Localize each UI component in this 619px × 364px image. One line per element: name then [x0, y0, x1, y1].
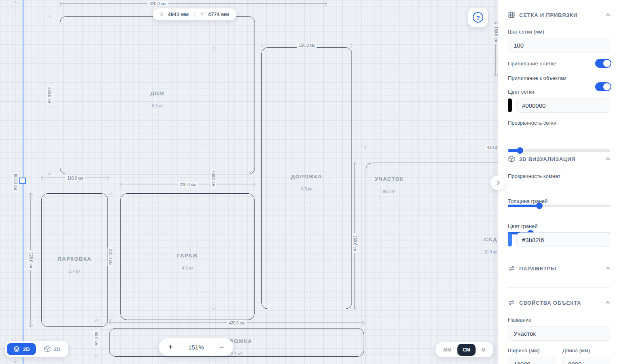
dimension: 430.0 см [213, 47, 213, 309]
section-title-3d: 3D ВИЗУАЛИЗАЦИЯ [519, 156, 603, 162]
unit-m-button[interactable]: М [476, 344, 491, 356]
divider [211, 344, 211, 350]
section-title-params: ПАРАМЕТРЫ [519, 266, 603, 272]
section-title-object: СВОЙСТВА ОБЪЕКТА [519, 300, 603, 306]
object-name-label: Название [508, 317, 531, 323]
room-area: 8.3 м² [60, 104, 255, 108]
grid-color-swatch[interactable] [508, 98, 512, 112]
edge-color-input[interactable] [516, 232, 610, 247]
sliders-icon [508, 265, 515, 272]
plan-canvas[interactable]: ДОМ 8.3 м² ДОРОЖКА 6.5 м² УЧАСТОК 96.0 м… [0, 0, 498, 364]
view-2d-button[interactable]: 2D [7, 343, 36, 355]
dimension: 260.0 см [354, 163, 355, 309]
edge-color-swatch[interactable] [508, 233, 512, 247]
room-plot[interactable]: УЧАСТОК 96.0 м² [366, 163, 498, 364]
help-button[interactable]: ? [468, 8, 488, 27]
grid-opacity-slider[interactable] [508, 149, 610, 152]
grid-step-input[interactable] [508, 38, 610, 52]
room-name: УЧАСТОК [366, 176, 413, 182]
dimension: 320.0 см [60, 3, 326, 4]
room-path-middle[interactable]: ДОРОЖКА 6.5 м² [261, 47, 352, 309]
snap-grid-label: Прилипание к сетке [508, 61, 556, 67]
layers-icon [13, 345, 20, 353]
unit-switcher: ММ СМ М [436, 342, 493, 357]
dimension: 210.0 см [110, 193, 110, 320]
cursor-coordinates: X: 4941 мм Y: 4774 мм [153, 8, 236, 20]
y-label: Y: [200, 12, 205, 17]
panel-collapse-button[interactable] [491, 176, 505, 190]
grid-color-input[interactable] [516, 98, 610, 113]
dimension: 420.0 см [365, 147, 498, 147]
object-length-label: Длина (мм) [562, 347, 611, 354]
room-area: 4.6 м² [121, 266, 254, 270]
dimension: 220.0 см [120, 184, 255, 184]
view-3d-label: 3D [54, 346, 61, 352]
section-title-grid: СЕТКА И ПРИВЯЗКИ [519, 12, 603, 18]
unit-mm-button[interactable]: ММ [438, 344, 457, 356]
chevron-right-icon [495, 180, 499, 185]
room-name: ПАРКОВКА [42, 256, 107, 262]
room-area: 2.1 м² [109, 351, 364, 356]
edge-width-label: Толщина граней [508, 198, 547, 204]
chevron-up-icon[interactable] [606, 301, 610, 305]
divider [181, 344, 181, 350]
cube-icon [508, 155, 515, 163]
chevron-up-icon[interactable] [606, 157, 610, 162]
object-width-label: Ширина (мм) [508, 347, 556, 354]
room-name: ДОМ [60, 90, 255, 96]
room-name: ДОРОЖКА [109, 338, 364, 344]
snap-objects-label: Прилипание к объектам [508, 75, 566, 81]
divider [194, 12, 195, 17]
dimension: 260.0 см [49, 16, 49, 174]
y-value: 4774 мм [208, 11, 229, 17]
edge-color-label: Цвет граней [508, 223, 538, 229]
settings-panel: СЕТКА И ПРИВЯЗКИ Шаг сетки (мм) Прилипан… [498, 0, 619, 364]
view-2d-label: 2D [23, 346, 30, 352]
cube-icon [44, 345, 51, 353]
dimension: 180.0 см [495, 22, 496, 76]
grid-step-label: Шаг сетки (мм) [508, 29, 544, 35]
dimension: 110.0 см [41, 178, 109, 178]
sliders-icon [508, 299, 515, 306]
object-name-input[interactable] [508, 326, 610, 341]
floor-plan-app: ДОМ 8.3 м² ДОРОЖКА 6.5 м² УЧАСТОК 96.0 м… [0, 0, 619, 364]
toggle-knob [603, 83, 611, 90]
zoom-in-button[interactable]: + [164, 343, 177, 352]
object-length-input[interactable] [562, 357, 610, 364]
room-name: ДОРОЖКА [262, 174, 352, 180]
dimension: 50.0 см [96, 320, 96, 357]
room-name: ГАРАЖ [121, 253, 254, 259]
room-garage[interactable]: ГАРАЖ 4.6 м² [120, 193, 255, 320]
zoom-level: 151% [185, 344, 207, 351]
grid-color-label: Цвет сетки [508, 89, 534, 95]
rooms-opacity-slider[interactable] [508, 205, 610, 207]
x-label: X: [160, 12, 164, 17]
divider [508, 287, 610, 288]
room-area: 2.4 м² [42, 269, 107, 274]
chevron-up-icon[interactable] [606, 13, 610, 18]
view-mode-toggle: 2D 3D [5, 341, 68, 357]
grid-icon [508, 11, 515, 19]
toggle-knob [603, 60, 611, 67]
zoom-controls: + 151% − [159, 338, 233, 356]
snap-grid-toggle[interactable] [595, 59, 611, 68]
rooms-opacity-label: Прозрачность комнат [508, 173, 560, 179]
slider-knob[interactable] [517, 147, 523, 154]
question-mark-icon: ? [473, 12, 483, 23]
room-house[interactable]: ДОМ 8.3 м² [60, 16, 255, 174]
unit-cm-button[interactable]: СМ [457, 344, 476, 356]
room-path-bottom[interactable]: ДОРОЖКА 2.1 м² [109, 328, 364, 357]
zoom-out-button[interactable]: − [215, 343, 227, 352]
dimension: 150.0 см [261, 45, 352, 45]
snap-objects-toggle[interactable] [595, 82, 611, 91]
chevron-up-icon[interactable] [606, 267, 610, 271]
room-parking[interactable]: ПАРКОВКА 2.4 м² [41, 193, 108, 327]
grid-opacity-label: Прозрачность сетки [508, 120, 556, 126]
x-value: 4941 мм [168, 11, 189, 17]
room-area: 96.0 м² [366, 189, 413, 194]
slider-fill [508, 205, 539, 207]
object-width-input[interactable] [508, 357, 556, 364]
view-3d-button[interactable]: 3D [38, 343, 67, 355]
selection-handle[interactable] [19, 178, 26, 184]
dimension: 420.0 см [109, 322, 364, 323]
